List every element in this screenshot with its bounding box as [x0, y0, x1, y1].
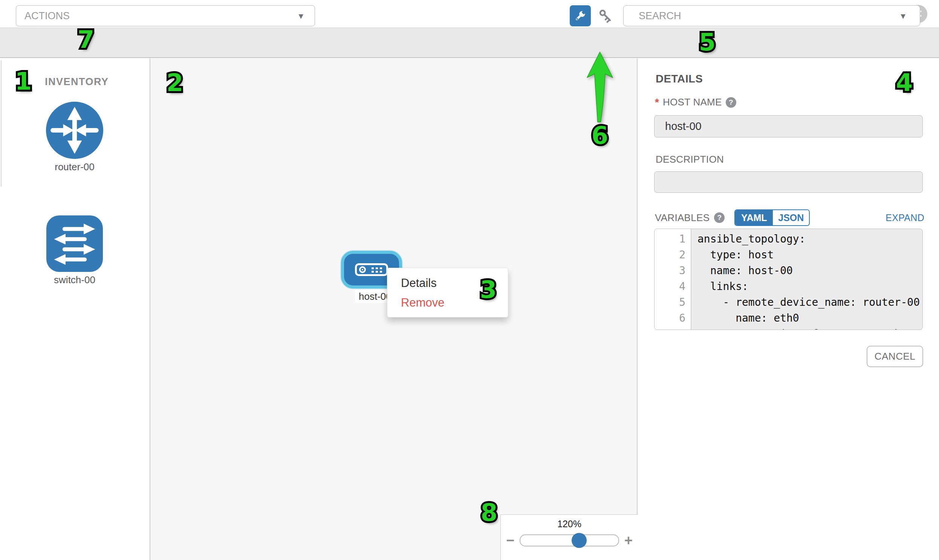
description-field[interactable]: [654, 171, 923, 193]
cancel-button[interactable]: CANCEL: [867, 346, 923, 367]
help-icon[interactable]: ?: [726, 97, 736, 108]
device-label: switch-00: [26, 274, 123, 286]
host-name-label: HOST NAME: [663, 96, 722, 108]
code-line: 1ansible_topology:: [655, 231, 922, 247]
sidebar-device-switch[interactable]: [46, 215, 103, 272]
inventory-header: INVENTORY: [45, 76, 109, 88]
zoom-in-button[interactable]: +: [624, 533, 633, 548]
variables-row: VARIABLES ? YAML JSON EXPAND: [655, 209, 924, 226]
device-label: router-00: [26, 161, 123, 173]
zoom-control-panel: 120% − +: [500, 514, 638, 560]
variables-format-toggle: YAML JSON: [734, 209, 810, 226]
variables-code-editor[interactable]: 1ansible_topology: 2 type: host 3 name: …: [654, 229, 923, 330]
search-dropdown-label: SEARCH: [639, 10, 681, 22]
zoom-slider-row: − +: [501, 531, 638, 549]
code-line: 3 name: host-00: [655, 263, 922, 279]
code-line: 5 - remote_device_name: router-00: [655, 294, 922, 310]
context-menu-item-details[interactable]: Details: [387, 274, 508, 293]
context-menu-item-remove[interactable]: Remove: [387, 293, 508, 312]
host-name-field[interactable]: host-00: [654, 115, 923, 137]
actions-dropdown[interactable]: ACTIONS ▼: [16, 5, 315, 26]
help-icon[interactable]: ?: [714, 212, 725, 223]
editor-rows: 1ansible_topology: 2 type: host 3 name: …: [655, 231, 922, 330]
zoom-level-value: 120%: [501, 518, 638, 529]
json-toggle-button[interactable]: JSON: [773, 210, 809, 225]
sidebar-scrollbar[interactable]: [1, 60, 2, 186]
chevron-down-icon: ▼: [297, 12, 305, 20]
variables-label: VARIABLES: [655, 212, 709, 224]
zoom-out-button[interactable]: −: [506, 533, 514, 548]
description-label-row: DESCRIPTION: [656, 154, 724, 165]
details-panel-title: DETAILS: [656, 73, 703, 85]
code-line: 6 name: eth0: [655, 310, 922, 326]
search-dropdown[interactable]: SEARCH ▼: [623, 5, 920, 26]
context-menu: Details Remove: [387, 268, 508, 317]
zoom-slider-thumb[interactable]: [572, 533, 587, 548]
zoom-slider-track[interactable]: [520, 534, 619, 546]
toolbar-wrench-button[interactable]: [570, 5, 591, 26]
expand-link[interactable]: EXPAND: [885, 212, 924, 223]
chevron-down-icon: ▼: [899, 12, 907, 20]
switch-icon: [46, 215, 103, 272]
key-icon: [597, 8, 614, 24]
router-icon: [46, 102, 103, 159]
host-icon: [355, 263, 388, 276]
code-line: 2 type: host: [655, 247, 922, 263]
host-name-label-row: * HOST NAME ?: [655, 96, 736, 108]
toolbar: [0, 28, 939, 58]
app-window: INVENTORIES | 00-networking-inventory ✕ …: [0, 0, 939, 560]
actions-dropdown-label: ACTIONS: [25, 10, 70, 22]
code-line: 4 links:: [655, 279, 922, 294]
toolbar-key-button[interactable]: [594, 6, 617, 26]
code-line: 7 remote_interface_name: eth0: [655, 326, 922, 330]
wrench-icon: [574, 9, 587, 23]
yaml-toggle-button[interactable]: YAML: [735, 210, 773, 225]
host-name-value: host-00: [665, 120, 702, 132]
description-label: DESCRIPTION: [656, 154, 724, 165]
sidebar-device-router[interactable]: [46, 102, 103, 159]
required-asterisk: *: [655, 97, 659, 108]
